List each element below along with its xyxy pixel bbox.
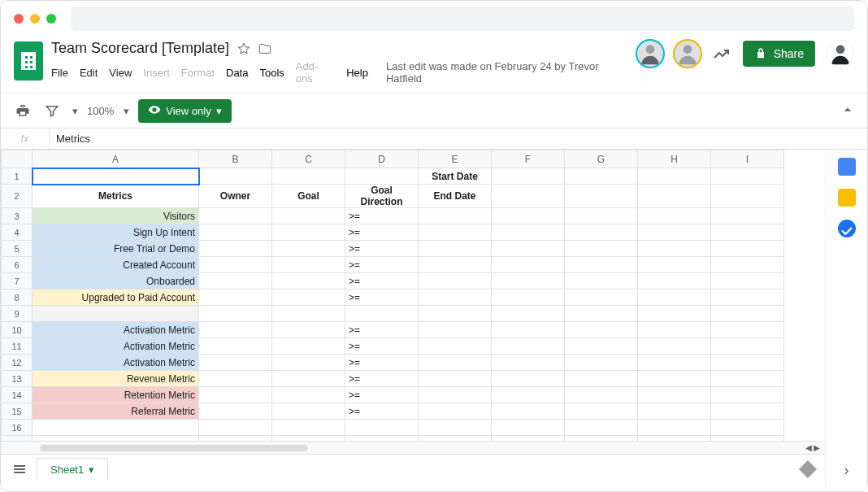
- filter-dropdown-icon[interactable]: ▾: [71, 100, 79, 121]
- cell[interactable]: >=: [345, 371, 419, 387]
- cell[interactable]: [638, 208, 711, 224]
- row-header[interactable]: 3: [2, 208, 33, 224]
- cell[interactable]: Referral Metric: [33, 403, 199, 420]
- filter-icon[interactable]: [41, 100, 63, 121]
- col-header-I[interactable]: I: [711, 150, 784, 168]
- cell[interactable]: [272, 387, 345, 403]
- cell[interactable]: [565, 436, 638, 442]
- cell[interactable]: [565, 208, 638, 224]
- zoom-level[interactable]: 100%: [87, 105, 114, 117]
- activity-icon[interactable]: [712, 44, 731, 63]
- cell[interactable]: [419, 224, 492, 241]
- menu-view[interactable]: View: [109, 67, 132, 79]
- cell[interactable]: >=: [345, 322, 419, 338]
- row-header[interactable]: 9: [2, 306, 33, 322]
- row-header[interactable]: 8: [2, 290, 33, 306]
- cell[interactable]: [345, 436, 419, 442]
- view-only-button[interactable]: View only ▾: [138, 99, 231, 123]
- cell[interactable]: [492, 403, 565, 420]
- cell[interactable]: [199, 168, 272, 185]
- cell[interactable]: [272, 290, 345, 306]
- col-header-E[interactable]: E: [419, 150, 492, 168]
- row-header[interactable]: 5: [2, 241, 33, 257]
- menu-data[interactable]: Data: [226, 67, 248, 79]
- grid-wrap[interactable]: A B C D E F G H I 1Start Date2MetricsOwn…: [1, 150, 825, 441]
- cell[interactable]: [711, 355, 784, 371]
- cell[interactable]: [33, 420, 199, 436]
- cell[interactable]: Owner: [199, 185, 272, 208]
- cell[interactable]: [638, 371, 711, 387]
- maximize-window-icon[interactable]: [46, 14, 56, 24]
- cell[interactable]: [199, 436, 272, 442]
- cell[interactable]: [492, 355, 565, 371]
- cell[interactable]: [711, 185, 784, 208]
- cell[interactable]: [492, 290, 565, 306]
- cell[interactable]: >=: [345, 355, 419, 371]
- col-header-A[interactable]: A: [33, 150, 199, 168]
- cell[interactable]: [33, 168, 199, 185]
- cell[interactable]: [199, 257, 272, 273]
- cell[interactable]: [492, 224, 565, 241]
- cell[interactable]: [711, 338, 784, 355]
- cell[interactable]: >=: [345, 338, 419, 355]
- cell[interactable]: [565, 241, 638, 257]
- cell[interactable]: [565, 420, 638, 436]
- explore-icon[interactable]: [799, 460, 817, 478]
- menu-insert[interactable]: Insert: [143, 67, 170, 79]
- cell[interactable]: [199, 322, 272, 338]
- account-avatar[interactable]: [827, 40, 854, 67]
- cell[interactable]: [199, 290, 272, 306]
- cell[interactable]: [565, 355, 638, 371]
- col-header-D[interactable]: D: [345, 150, 419, 168]
- menu-edit[interactable]: Edit: [80, 67, 98, 79]
- cell[interactable]: [419, 403, 492, 420]
- cell[interactable]: Revenue Metric: [33, 371, 199, 387]
- cell[interactable]: >=: [345, 290, 419, 306]
- cell[interactable]: Start Date: [419, 168, 492, 185]
- cell[interactable]: [565, 371, 638, 387]
- cell[interactable]: [492, 420, 565, 436]
- cell[interactable]: [199, 306, 272, 322]
- collapse-toolbar-icon[interactable]: [840, 102, 856, 120]
- print-icon[interactable]: [12, 100, 33, 121]
- cell[interactable]: [638, 257, 711, 273]
- cell[interactable]: >=: [345, 224, 419, 241]
- cell[interactable]: [272, 168, 345, 185]
- cell[interactable]: [272, 241, 345, 257]
- cell[interactable]: [492, 241, 565, 257]
- cell[interactable]: Onboarded: [33, 273, 199, 290]
- cell[interactable]: [272, 338, 345, 355]
- cell[interactable]: Visitors: [33, 208, 199, 224]
- cell[interactable]: [199, 371, 272, 387]
- col-header-C[interactable]: C: [272, 150, 345, 168]
- cell[interactable]: [199, 241, 272, 257]
- menu-tools[interactable]: Tools: [259, 67, 284, 79]
- row-header[interactable]: 11: [2, 338, 33, 355]
- cell[interactable]: [711, 257, 784, 273]
- cell[interactable]: [419, 322, 492, 338]
- col-header-B[interactable]: B: [199, 150, 272, 168]
- row-header[interactable]: 6: [2, 257, 33, 273]
- cell[interactable]: [638, 387, 711, 403]
- cell[interactable]: Activation Metric: [33, 355, 199, 371]
- col-header-G[interactable]: G: [565, 150, 638, 168]
- cell[interactable]: [638, 224, 711, 241]
- cell[interactable]: [711, 168, 784, 185]
- sheet-tab[interactable]: Sheet1 ▾: [37, 458, 108, 481]
- cell[interactable]: >=: [345, 257, 419, 273]
- cell[interactable]: [419, 208, 492, 224]
- cell[interactable]: [272, 224, 345, 241]
- cell[interactable]: [419, 241, 492, 257]
- cell[interactable]: [711, 387, 784, 403]
- cell[interactable]: Retention Metric: [33, 387, 199, 403]
- cell[interactable]: [492, 371, 565, 387]
- cell[interactable]: [565, 387, 638, 403]
- cell[interactable]: [272, 208, 345, 224]
- cell[interactable]: [492, 436, 565, 442]
- minimize-window-icon[interactable]: [30, 14, 40, 24]
- zoom-dropdown-icon[interactable]: ▾: [122, 100, 130, 121]
- side-panel-toggle-icon[interactable]: ›: [825, 454, 867, 487]
- cell[interactable]: [419, 420, 492, 436]
- cell[interactable]: >=: [345, 387, 419, 403]
- cell[interactable]: [638, 273, 711, 290]
